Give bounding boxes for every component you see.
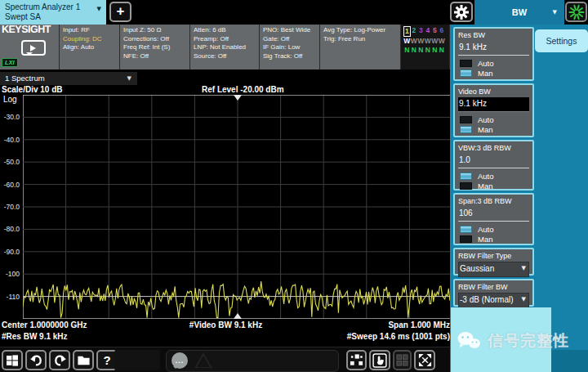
- y-axis-tick-label: -30.0: [4, 113, 20, 121]
- windows-start-button[interactable]: [2, 350, 23, 370]
- redo-arrow-icon: [53, 353, 67, 367]
- trace-indicator: N: [411, 46, 418, 55]
- toggle-indicator-man: [460, 182, 472, 190]
- trace-indicator: 4: [425, 26, 432, 37]
- panel-item-video-bw[interactable]: Video BW9.1 kHzAutoMan: [453, 83, 534, 137]
- folder-icon: [77, 353, 91, 367]
- status-line: Gate: Off: [263, 35, 316, 44]
- arrange-windows-button[interactable]: [346, 350, 367, 370]
- status-line: Align: Auto: [63, 43, 116, 52]
- auto-man-toggle[interactable]: AutoMan: [460, 225, 529, 244]
- toggle-option-man[interactable]: Man: [460, 235, 529, 244]
- touch-mode-button[interactable]: [369, 350, 390, 370]
- trace-indicator: N: [417, 46, 425, 55]
- auto-man-toggle[interactable]: AutoMan: [460, 172, 529, 190]
- panel-item-value[interactable]: 9.1 kHz: [458, 41, 529, 56]
- spectrum-analyzer-screen: Spectrum Analyzer 1 Swept SA ▼ + BW ▼ KE: [0, 0, 588, 372]
- toggle-option-auto[interactable]: Auto: [460, 59, 529, 68]
- status-column-5[interactable]: Avg Type: Log-PowerTrig: Free Run: [320, 25, 400, 69]
- status-line: Freq Ref: Int (S): [123, 43, 186, 52]
- instrument-status-bar: KEYSIGHT LXI Input: RFCoupling: DCAlign:…: [0, 25, 450, 69]
- panel-item-value[interactable]: -3 dB (Normal)▼: [458, 293, 529, 308]
- trace-window-selector-label: 1 Spectrum: [5, 74, 45, 83]
- status-column-2[interactable]: Input Z: 50 ΩCorrections: OffFreq Ref: I…: [120, 25, 189, 69]
- panel-item-vbw-3-db-rbw[interactable]: VBW:3 dB RBW1.0AutoMan: [453, 140, 534, 190]
- panel-item-rbw-filter-bw[interactable]: RBW Filter BW-3 dB (Normal)▼: [453, 279, 534, 307]
- toggle-option-auto[interactable]: Auto: [460, 225, 529, 234]
- toggle-label-auto: Auto: [478, 225, 494, 234]
- y-axis-tick-label: -100: [6, 270, 20, 278]
- windows-logo-icon: [6, 354, 19, 367]
- file-open-button[interactable]: [73, 350, 94, 370]
- status-line: Input: RF: [63, 26, 116, 35]
- toolbar-spacer: [114, 350, 160, 370]
- y-axis-tick-label: -80.0: [4, 225, 20, 233]
- auto-man-toggle[interactable]: AutoMan: [460, 115, 529, 134]
- toggle-label-man: Man: [478, 182, 492, 190]
- status-line: Sig Track: Off: [263, 52, 316, 61]
- status-line: Preamp: Off: [194, 35, 256, 44]
- undo-arrow-icon: [29, 353, 43, 367]
- watermark: 信号完整性: [457, 330, 569, 352]
- toggle-indicator-auto: [460, 173, 472, 180]
- panel-item-rbw-filter-type[interactable]: RBW Filter TypeGaussian▼: [453, 248, 534, 276]
- system-settings-button[interactable]: [450, 2, 473, 22]
- trace-number-row: 123456: [403, 26, 447, 37]
- status-line: Trig: Free Run: [323, 35, 397, 44]
- tab-settings-label: Settings: [546, 36, 577, 46]
- auto-man-toggle[interactable]: AutoMan: [460, 59, 529, 78]
- y-axis-labels: -30.0-40.0-50.0-60.0-70.0-80.0-90.0-100-…: [0, 95, 20, 319]
- add-tab-button[interactable]: +: [109, 2, 131, 22]
- status-line: PNO: Best Wide: [263, 26, 316, 35]
- toggle-option-auto[interactable]: Auto: [460, 172, 529, 181]
- status-column-1[interactable]: Input: RFCoupling: DCAlign: Auto: [60, 25, 119, 69]
- trace-legend[interactable]: 123456WWWWWWNNNNNN: [401, 25, 449, 69]
- chat-dots: ...: [176, 356, 185, 365]
- chat-bubble-icon[interactable]: ...: [172, 352, 188, 369]
- redo-button[interactable]: [49, 350, 70, 370]
- y-axis-tick-label: -60.0: [4, 181, 20, 189]
- toggle-option-man[interactable]: Man: [460, 69, 529, 78]
- y-axis-tick-label: -110: [7, 293, 20, 301]
- wechat-icon: [457, 330, 481, 352]
- res-bw-readout: #Res BW 9.1 kHz: [2, 332, 68, 341]
- status-line: IF Gain: Low: [263, 43, 316, 52]
- panel-item-value[interactable]: 1.0: [458, 154, 529, 168]
- y-axis-tick-label: -90.0: [4, 248, 20, 256]
- annotation-input-area[interactable]: ...: [166, 350, 339, 372]
- panel-item-label: Video BW: [458, 87, 529, 97]
- undo-button[interactable]: [25, 350, 47, 370]
- toggle-label-auto: Auto: [478, 115, 494, 124]
- menu-dropdown-bw[interactable]: BW ▼: [474, 0, 564, 25]
- panel-item-label: VBW:3 dB RBW: [458, 143, 529, 154]
- status-column-4[interactable]: PNO: Best WideGate: OffIF Gain: LowSig T…: [260, 25, 319, 69]
- ghost-triangle-icon: [194, 352, 212, 368]
- message-bubble-icon[interactable]: [21, 40, 46, 56]
- scale-per-div-label: Scale/Div 10 dB: [2, 85, 62, 94]
- toggle-option-man[interactable]: Man: [460, 182, 529, 190]
- trace-indicator: N: [425, 46, 432, 55]
- panel-item-span-3-db-rbw[interactable]: Span:3 dB RBW106AutoMan: [453, 193, 534, 245]
- span-readout: Span 1.000 MHz: [388, 320, 450, 329]
- tab-settings[interactable]: Settings: [535, 29, 588, 52]
- panel-item-value[interactable]: Gaussian▼: [458, 262, 529, 277]
- panel-item-value[interactable]: 9.1 kHz: [458, 97, 529, 112]
- panel-item-res-bw[interactable]: Res BW9.1 kHzAutoMan: [453, 27, 534, 81]
- trace-indicator: N: [431, 46, 439, 55]
- busy-indicator-button[interactable]: [565, 2, 587, 22]
- toggle-option-auto[interactable]: Auto: [460, 115, 529, 124]
- toggle-label-man: Man: [478, 125, 492, 134]
- app-mode-tab[interactable]: Spectrum Analyzer 1 Swept SA ▼: [0, 0, 106, 25]
- toggle-option-man[interactable]: Man: [460, 125, 529, 134]
- trace-indicator: W: [411, 37, 418, 46]
- chevron-down-icon: ▼: [522, 297, 526, 303]
- bottom-toolbar: ? ...: [0, 347, 450, 372]
- trace-window-selector[interactable]: 1 Spectrum ▼: [0, 72, 137, 85]
- status-column-3[interactable]: Atten: 6 dBPreamp: OffLNP: Not EnabledSo…: [190, 25, 259, 69]
- panel-item-value[interactable]: 106: [458, 207, 529, 222]
- fullscreen-button[interactable]: [414, 350, 435, 370]
- keysight-logo: KEYSIGHT: [2, 25, 57, 34]
- grid-layout-button[interactable]: [393, 350, 412, 370]
- annotation-row-2: #Res BW 9.1 kHz #Sweep 14.6 ms (1001 pts…: [0, 332, 452, 344]
- y-axis-tick-label: -50.0: [4, 158, 20, 166]
